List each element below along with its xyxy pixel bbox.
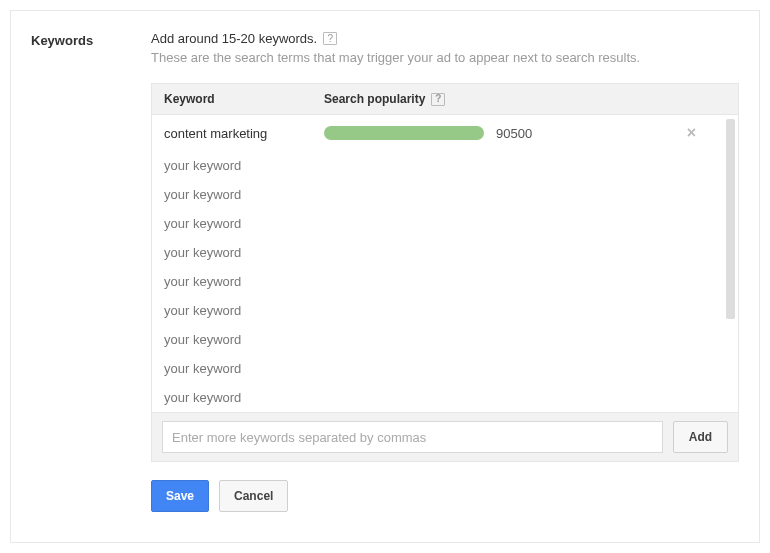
sub-hint: These are the search terms that may trig…: [151, 50, 739, 65]
save-button[interactable]: Save: [151, 480, 209, 512]
keyword-cell: your keyword: [164, 158, 324, 173]
keyword-cell: your keyword: [164, 332, 324, 347]
popularity-header-label: Search popularity: [324, 92, 425, 106]
close-icon[interactable]: ×: [687, 125, 696, 141]
table-row: your keyword: [152, 238, 738, 267]
keyword-cell: your keyword: [164, 303, 324, 318]
hint-row: Add around 15-20 keywords. ?: [151, 31, 739, 46]
keyword-cell: your keyword: [164, 274, 324, 289]
keyword-cell: your keyword: [164, 245, 324, 260]
table-body: content marketing90500×your keywordyour …: [152, 115, 738, 412]
keyword-input[interactable]: [162, 421, 663, 453]
table-row: your keyword: [152, 383, 738, 412]
cancel-button[interactable]: Cancel: [219, 480, 288, 512]
table-row: your keyword: [152, 325, 738, 354]
table-row: your keyword: [152, 209, 738, 238]
keyword-cell: your keyword: [164, 390, 324, 405]
table-row: content marketing90500×: [152, 115, 738, 151]
table-row: your keyword: [152, 354, 738, 383]
popularity-header: Search popularity ?: [324, 92, 726, 106]
keyword-cell: your keyword: [164, 216, 324, 231]
popularity-cell: 90500: [324, 126, 687, 141]
table-row: your keyword: [152, 151, 738, 180]
table-row: your keyword: [152, 296, 738, 325]
keyword-cell: content marketing: [164, 126, 324, 141]
section-label: Keywords: [31, 33, 131, 48]
help-icon[interactable]: ?: [431, 93, 445, 106]
hint-text: Add around 15-20 keywords.: [151, 31, 317, 46]
table-row: your keyword: [152, 267, 738, 296]
table-row: your keyword: [152, 180, 738, 209]
keyword-header: Keyword: [164, 92, 324, 106]
popularity-bar: [324, 126, 484, 140]
keyword-cell: your keyword: [164, 361, 324, 376]
scrollbar-thumb[interactable]: [726, 119, 735, 319]
help-icon[interactable]: ?: [323, 32, 337, 45]
table-header: Keyword Search popularity ?: [152, 84, 738, 115]
keywords-panel: Keywords Add around 15-20 keywords. ? Th…: [10, 10, 760, 543]
keyword-cell: your keyword: [164, 187, 324, 202]
action-row: Save Cancel: [151, 480, 739, 512]
keywords-table: Keyword Search popularity ? content mark…: [151, 83, 739, 462]
add-button[interactable]: Add: [673, 421, 728, 453]
popularity-value: 90500: [496, 126, 532, 141]
add-row: Add: [152, 412, 738, 461]
